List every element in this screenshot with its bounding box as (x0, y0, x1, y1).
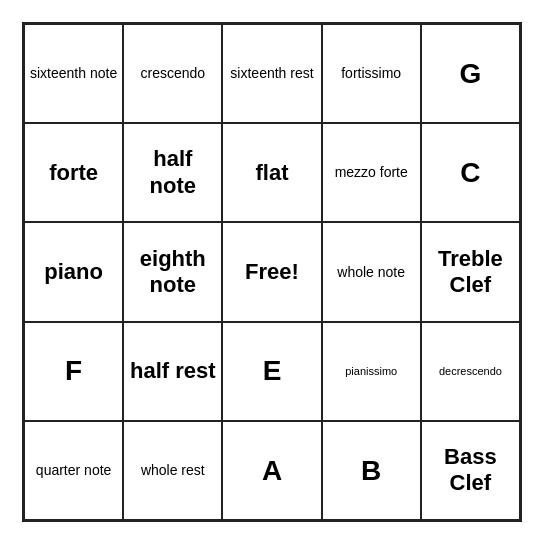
cell-r0c1: crescendo (123, 24, 222, 123)
cell-r3c0: F (24, 322, 123, 421)
cell-r0c3: fortissimo (322, 24, 421, 123)
cell-r3c1: half rest (123, 322, 222, 421)
cell-r4c4: Bass Clef (421, 421, 520, 520)
cell-r4c2: A (222, 421, 321, 520)
cell-r4c0: quarter note (24, 421, 123, 520)
cell-r1c4: C (421, 123, 520, 222)
cell-r3c3: pianissimo (322, 322, 421, 421)
cell-r2c4: Treble Clef (421, 222, 520, 321)
cell-r4c1: whole rest (123, 421, 222, 520)
cell-r2c3: whole note (322, 222, 421, 321)
cell-r2c0: piano (24, 222, 123, 321)
cell-r4c3: B (322, 421, 421, 520)
cell-r3c2: E (222, 322, 321, 421)
cell-r0c2: sixteenth rest (222, 24, 321, 123)
cell-r1c3: mezzo forte (322, 123, 421, 222)
cell-r1c0: forte (24, 123, 123, 222)
cell-r1c1: half note (123, 123, 222, 222)
cell-r2c2: Free! (222, 222, 321, 321)
bingo-board: sixteenth notecrescendosixteenth restfor… (22, 22, 522, 522)
cell-r0c0: sixteenth note (24, 24, 123, 123)
cell-r0c4: G (421, 24, 520, 123)
cell-r3c4: decrescendo (421, 322, 520, 421)
cell-r1c2: flat (222, 123, 321, 222)
cell-r2c1: eighth note (123, 222, 222, 321)
